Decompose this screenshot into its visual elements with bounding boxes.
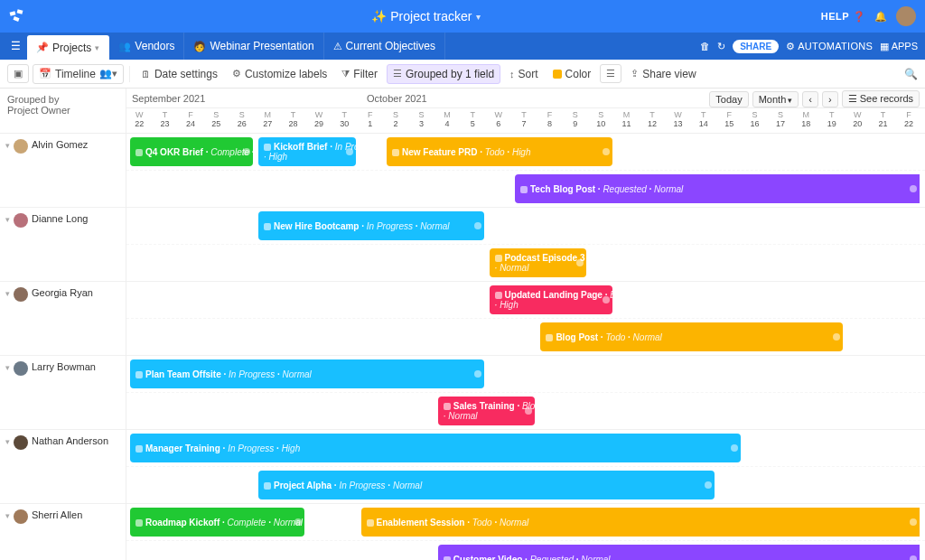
record-card[interactable]: Sales Training · Blocked· Normal (438, 397, 536, 425)
chevron-down-icon[interactable]: ▾ (5, 141, 10, 150)
tab-label: Projects (52, 42, 91, 54)
today-button[interactable]: Today (709, 91, 748, 107)
record-card[interactable]: Kickoff Brief · In Progress· High (258, 137, 356, 166)
user-avatar[interactable] (896, 6, 916, 26)
drag-handle-icon[interactable] (474, 222, 481, 229)
record-card[interactable]: Enablement Session · Todo · Normal (361, 508, 920, 537)
group-by-header: Grouped by Project Owner (0, 89, 126, 134)
date-settings-button[interactable]: 🗓Date settings (135, 65, 223, 83)
help-icon: ❓ (853, 11, 866, 22)
day-cell: F1 (358, 108, 383, 133)
trash-icon[interactable]: 🗑 (700, 41, 710, 51)
drag-handle-icon[interactable] (474, 370, 481, 378)
lane: Sales Training · Blocked· Normal (126, 392, 925, 428)
drag-handle-icon[interactable] (603, 296, 610, 303)
tab-current-objectives[interactable]: ⚠Current Objectives (324, 33, 445, 60)
menu-icon[interactable]: ☰ (4, 33, 27, 60)
day-cell: W20 (845, 108, 870, 133)
view-type[interactable]: 📅Timeline👥▾ (33, 64, 124, 84)
chevron-down-icon[interactable]: ▾ (5, 289, 10, 298)
logo-icon[interactable] (9, 8, 25, 24)
drag-handle-icon[interactable] (576, 259, 584, 266)
svg-rect-1 (17, 9, 23, 14)
day-cell: M27 (255, 108, 280, 133)
chevron-down-icon[interactable]: ▾ (5, 511, 10, 520)
owner-name: Dianne Long (32, 213, 88, 224)
drag-handle-icon[interactable] (910, 185, 917, 192)
timeline-area[interactable]: September 2021 October 2021 Today Month▾… (126, 89, 925, 560)
record-card[interactable]: New Hire Bootcamp · In Progress · Normal (258, 211, 484, 240)
share-view-button[interactable]: ⇪Share view (625, 65, 701, 83)
drag-handle-icon[interactable] (910, 518, 917, 526)
chevron-down-icon[interactable]: ▾ (5, 363, 10, 372)
drag-handle-icon[interactable] (525, 407, 532, 415)
table-tabs: ☰ 📌Projects ▾👥Vendors🧑Webinar Presentati… (0, 33, 925, 60)
search-icon[interactable]: 🔍 (904, 68, 918, 80)
day-cell: M11 (613, 108, 639, 133)
drag-handle-icon[interactable] (603, 148, 610, 155)
customize-labels-button[interactable]: ⚙Customize labels (227, 65, 332, 83)
day-cell: S16 (742, 108, 767, 133)
owner-lanes: Q4 OKR Brief · Complete · NormalKickoff … (126, 134, 925, 208)
drag-handle-icon[interactable] (833, 333, 840, 341)
day-cell: T14 (691, 108, 716, 133)
avatar (14, 139, 28, 154)
day-cell: W6 (485, 108, 510, 133)
record-card[interactable]: Q4 OKR Brief · Complete · Normal (130, 137, 253, 166)
color-button[interactable]: Color (547, 65, 597, 83)
record-card[interactable]: Roadmap Kickoff · Complete · Normal (130, 508, 304, 537)
chevron-down-icon: ▾ (476, 12, 481, 22)
day-cell: S2 (383, 108, 408, 133)
record-card[interactable]: Plan Team Offsite · In Progress · Normal (130, 359, 484, 388)
scale-select[interactable]: Month▾ (752, 91, 799, 107)
day-cell: S10 (588, 108, 613, 133)
lane: Podcast Episode 3 · Todo· Normal (126, 244, 925, 280)
drag-handle-icon[interactable] (731, 444, 738, 452)
record-card[interactable]: Manager Training · In Progress · High (130, 434, 741, 462)
tab-vendors[interactable]: 👥Vendors (109, 33, 184, 60)
group-button[interactable]: ☰Grouped by 1 field (387, 64, 500, 84)
tab-icon: 👥 (118, 41, 131, 52)
day-cell: W13 (665, 108, 690, 133)
filter-button[interactable]: ⧩Filter (336, 65, 383, 83)
tab-webinar-presentation[interactable]: 🧑Webinar Presentation (184, 33, 323, 60)
record-card[interactable]: Project Alpha · In Progress · Normal (258, 471, 715, 499)
next-button[interactable]: › (822, 91, 838, 107)
base-title[interactable]: ✨ Project tracker ▾ (31, 9, 821, 23)
lane: Updated Landing Page · Blocked· High (126, 282, 925, 318)
automations-link[interactable]: ⚙ AUTOMATIONS (786, 41, 873, 52)
prev-button[interactable]: ‹ (802, 91, 818, 107)
record-card[interactable]: New Feature PRD · Todo · High (387, 137, 612, 166)
timeline-header: September 2021 October 2021 Today Month▾… (126, 89, 925, 134)
history-icon[interactable]: ↻ (717, 41, 725, 52)
help-link[interactable]: HELP ❓ (821, 11, 865, 23)
owner-lanes: Manager Training · In Progress · HighPro… (126, 430, 925, 504)
avatar (14, 509, 28, 524)
record-card[interactable]: Blog Post · Todo · Normal (540, 322, 843, 351)
record-card[interactable]: Customer Video · Requested · Normal (438, 545, 920, 560)
drag-handle-icon[interactable] (910, 555, 917, 560)
views-sidebar-toggle[interactable]: ▣ (7, 64, 29, 83)
owner-lanes: Updated Landing Page · Blocked· HighBlog… (126, 282, 925, 356)
day-cell: S25 (203, 108, 229, 133)
record-card[interactable]: Updated Landing Page · Blocked· High (490, 285, 612, 314)
sort-button[interactable]: ↕Sort (504, 65, 544, 83)
row-height-button[interactable]: ☰ (600, 64, 621, 83)
bell-icon[interactable]: 🔔 (874, 11, 887, 23)
record-card[interactable]: Tech Blog Post · Requested · Normal (515, 174, 920, 203)
record-card[interactable]: Podcast Episode 3 · Todo· Normal (490, 248, 587, 277)
share-button[interactable]: SHARE (733, 40, 779, 53)
chevron-down-icon[interactable]: ▾ (5, 215, 10, 224)
apps-link[interactable]: ▦ APPS (880, 41, 918, 52)
drag-handle-icon[interactable] (243, 148, 250, 155)
drag-handle-icon[interactable] (294, 518, 302, 526)
tab-projects[interactable]: 📌Projects ▾ (27, 35, 109, 60)
lane: Blog Post · Todo · Normal (126, 318, 925, 354)
chevron-down-icon[interactable]: ▾ (5, 437, 10, 446)
day-cell: S17 (768, 108, 793, 133)
see-records-button[interactable]: ☰ See records (842, 90, 920, 107)
drag-handle-icon[interactable] (346, 148, 353, 155)
lane: Customer Video · Requested · Normal (126, 540, 925, 560)
drag-handle-icon[interactable] (705, 481, 712, 489)
owner-name: Larry Bowman (32, 361, 96, 372)
